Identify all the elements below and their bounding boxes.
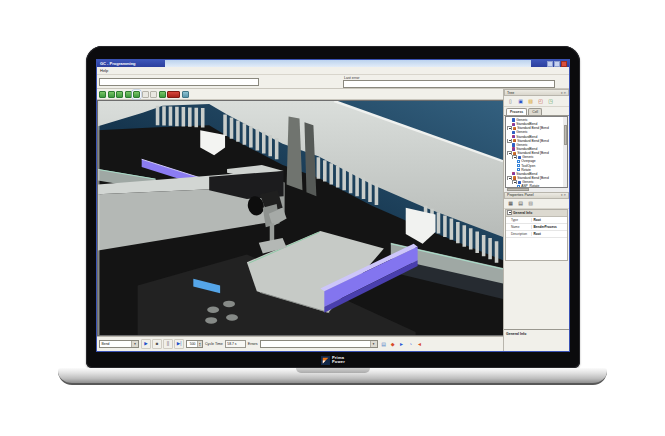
expand-icon[interactable]	[507, 126, 512, 130]
sidebar-filler	[504, 261, 569, 330]
close-icon[interactable]: ✕	[563, 91, 566, 95]
new-icon[interactable]: ▯	[506, 97, 515, 106]
main-toolbar	[97, 89, 503, 100]
close-icon[interactable]	[561, 61, 567, 67]
sidebar: Tree ▾ ✕ ▯▣▨◰◳ ProcessCell GenericStanda…	[503, 89, 569, 351]
property-grid: General Info TypeRootNameBenderProcessDe…	[505, 209, 568, 261]
brand-name: PrimaPower	[332, 356, 345, 364]
clock-icon[interactable]: ◔	[407, 340, 415, 348]
tool-setup-icon[interactable]	[159, 91, 166, 98]
chevron-down-icon[interactable]: ▼	[370, 341, 377, 347]
module-icon	[512, 123, 515, 126]
tree-scrollbar[interactable]	[563, 117, 567, 187]
work-area: Bend ▼ ▶■||▶| 500 ▲▼ Cycle Time 58.7 s E…	[97, 89, 569, 351]
status-field[interactable]	[99, 78, 259, 86]
viewport-left-highlight	[98, 101, 99, 335]
expand-icon[interactable]	[512, 155, 517, 159]
bend-icon	[513, 139, 516, 142]
transport-buttons: ▶■||▶|	[141, 339, 184, 349]
open-folder-icon[interactable]: ▨	[526, 97, 535, 106]
playbar-icons: ▤◆►◔◄	[380, 340, 424, 348]
pause-button[interactable]: ||	[163, 339, 173, 349]
3d-scene	[98, 101, 503, 335]
sound-icon[interactable]: ◄	[416, 340, 424, 348]
alarm-icon[interactable]: ◆	[389, 340, 397, 348]
action-icon	[517, 160, 520, 163]
generic-icon	[512, 118, 515, 121]
view-mode-icon[interactable]	[142, 91, 149, 98]
spinner-arrows-icon[interactable]: ▲▼	[197, 341, 203, 347]
errors-label: Errors	[248, 342, 258, 346]
save-program-icon[interactable]	[108, 91, 115, 98]
tab-process[interactable]: Process	[506, 108, 527, 115]
pin-icon[interactable]: ▾	[561, 91, 563, 95]
3d-viewport[interactable]	[97, 100, 503, 336]
page: GC - Programming Help Last error	[0, 0, 665, 436]
prima-power-logo-icon	[321, 356, 330, 365]
window-title: GC - Programming	[97, 60, 165, 67]
menu-help[interactable]: Help	[100, 68, 108, 73]
last-error-field[interactable]	[343, 80, 555, 88]
measure-icon[interactable]	[150, 91, 157, 98]
laptop-base	[58, 368, 607, 385]
property-name: Name	[506, 225, 532, 229]
menu-bar: Help	[97, 67, 569, 75]
property-row[interactable]: TypeRoot	[506, 217, 567, 224]
categorized-icon[interactable]: ▦	[506, 199, 515, 208]
export-process-icon[interactable]: ◳	[546, 97, 555, 106]
property-value: Root	[532, 218, 567, 222]
mode-combo-value: Bend	[100, 342, 131, 346]
stop-button[interactable]: ■	[152, 339, 162, 349]
generic-icon	[512, 131, 515, 134]
laptop-screen-bezel: GC - Programming Help Last error	[86, 46, 580, 368]
property-name: Description	[506, 232, 532, 236]
tree-hscrollbar[interactable]	[505, 188, 568, 192]
tab-cell[interactable]: Cell	[528, 108, 542, 115]
mode-combo[interactable]: Bend ▼	[99, 340, 139, 348]
import-part-icon[interactable]	[116, 91, 123, 98]
bend-icon	[513, 127, 516, 130]
property-category[interactable]: General Info	[506, 210, 567, 217]
errors-combo[interactable]: ▼	[260, 340, 378, 348]
module-icon	[512, 147, 515, 150]
window-controls	[531, 60, 569, 67]
speed-spinner[interactable]: 500 ▲▼	[186, 340, 203, 348]
property-row[interactable]: DescriptionRoot	[506, 231, 567, 238]
speed-value: 500	[187, 342, 197, 346]
stop-simulation-icon[interactable]	[167, 91, 180, 98]
expand-icon[interactable]	[512, 180, 517, 184]
close-icon[interactable]: ✕	[563, 193, 566, 197]
property-description-box: General Info	[504, 329, 569, 351]
minimize-icon[interactable]	[547, 61, 553, 67]
properties-toolbar: ▦▤▧	[504, 199, 569, 209]
action-icon	[517, 168, 520, 171]
brand-logo: PrimaPower	[321, 353, 345, 367]
simulate-icon[interactable]	[133, 91, 140, 98]
tree-panel-title: Tree	[507, 91, 514, 95]
property-pages-icon[interactable]: ▧	[526, 199, 535, 208]
export-report-icon[interactable]: ▤	[380, 340, 388, 348]
left-column: Bend ▼ ▶■||▶| 500 ▲▼ Cycle Time 58.7 s E…	[97, 89, 503, 351]
collapse-icon[interactable]	[507, 210, 512, 215]
open-program-icon[interactable]	[99, 91, 106, 98]
alphabetical-icon[interactable]: ▤	[516, 199, 525, 208]
play-button[interactable]: ▶	[141, 339, 151, 349]
module-icon	[512, 135, 515, 138]
info-icon[interactable]	[182, 91, 189, 98]
property-description-title: General Info	[506, 332, 567, 336]
maximize-icon[interactable]	[554, 61, 560, 67]
save-icon[interactable]: ▣	[516, 97, 525, 106]
import-process-icon[interactable]: ◰	[536, 97, 545, 106]
export-part-icon[interactable]	[125, 91, 132, 98]
expand-icon[interactable]	[507, 139, 512, 143]
fast-forward-icon[interactable]: ►	[398, 340, 406, 348]
step-button[interactable]: ▶|	[174, 339, 184, 349]
cycle-time-label: Cycle Time	[205, 342, 223, 346]
generic-icon	[512, 143, 515, 146]
pin-icon[interactable]: ▾	[561, 193, 563, 197]
chevron-down-icon[interactable]: ▼	[131, 341, 138, 347]
status-field-row: Last error	[97, 75, 569, 89]
property-row[interactable]: NameBenderProcess	[506, 224, 567, 231]
tree-panel-header: Tree ▾ ✕	[504, 89, 569, 96]
playback-bar: Bend ▼ ▶■||▶| 500 ▲▼ Cycle Time 58.7 s E…	[97, 336, 503, 351]
